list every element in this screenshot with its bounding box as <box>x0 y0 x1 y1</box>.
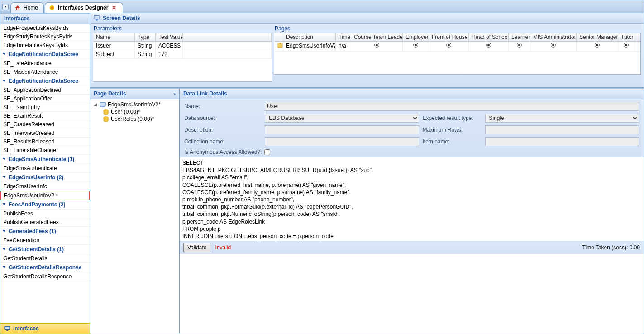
param-test-value[interactable]: ACCESS <box>156 42 183 50</box>
label-itemname: Item name: <box>423 138 482 145</box>
page-tree-child[interactable]: User (0.00)* <box>92 108 177 115</box>
col-name[interactable]: Name <box>93 33 135 41</box>
sidebar-group[interactable]: GeneratedFees (1) <box>0 227 90 236</box>
expander-icon[interactable]: ◢ <box>93 102 98 107</box>
param-test-value[interactable]: 172 <box>156 50 183 58</box>
designer-icon <box>49 5 55 11</box>
sidebar-group[interactable]: EdgeNotificationDataScree <box>0 76 90 86</box>
sidebar-footer-label: Interfaces <box>13 325 39 332</box>
dld-header: Data Link Details <box>180 88 644 99</box>
sidebar-item[interactable]: SE_InterviewCreated <box>0 129 90 138</box>
sidebar-item[interactable]: SE_TimetableChange <box>0 146 90 155</box>
pages-label: Pages <box>274 25 290 32</box>
query-editor[interactable] <box>180 157 644 241</box>
radio-mis-administrator[interactable] <box>530 42 577 51</box>
page-icon <box>100 101 106 108</box>
tab-home[interactable]: Home <box>10 2 44 13</box>
sidebar-item[interactable]: GetStudentDetails <box>0 254 90 263</box>
radio-front-of-house[interactable] <box>429 42 469 51</box>
radio-head-of-school[interactable] <box>469 42 509 51</box>
svg-rect-12 <box>102 107 104 107</box>
sidebar-item[interactable]: SE_ExamResult <box>0 112 90 120</box>
sidebar-item[interactable]: EdgeSmsUserInfoV2 * <box>0 191 90 200</box>
anonymous-access-checkbox[interactable] <box>264 149 270 155</box>
sidebar-item[interactable]: SE_MissedAttendance <box>0 68 90 76</box>
radio-tutor[interactable] <box>618 42 634 51</box>
validate-button[interactable]: Validate <box>183 243 210 252</box>
col-description[interactable]: Description <box>283 33 336 41</box>
sidebar-item[interactable]: EdgeSmsUserInfo <box>0 182 90 191</box>
datasource-select[interactable]: EBS Database <box>265 114 419 123</box>
col-type[interactable]: Type <box>135 33 156 41</box>
database-icon <box>103 116 109 122</box>
radio-senior-manager[interactable] <box>577 42 618 51</box>
home-icon <box>14 5 21 11</box>
tabs-dropdown-button[interactable]: ▾ <box>2 4 9 10</box>
sidebar-group[interactable]: GetStudentDetails (1) <box>0 245 90 254</box>
sidebar-item[interactable]: SE_ApplicationOffer <box>0 95 90 103</box>
sidebar-item[interactable]: SE_ApplicationDeclined <box>0 86 90 95</box>
item-name-field[interactable] <box>485 137 639 146</box>
radio-employer[interactable] <box>403 42 429 51</box>
pages-row[interactable]: EdgeSmsUserInfoV2* n/a <box>274 42 640 52</box>
page-tree-root-label: EdgeSmsUserInfoV2* <box>108 101 161 108</box>
tab-interfaces-designer[interactable]: Interfaces Designer ✕ <box>45 2 123 13</box>
expected-result-select[interactable]: Single <box>485 114 639 123</box>
col-employer[interactable]: Employer <box>403 33 429 41</box>
page-tree[interactable]: ◢ EdgeSmsUserInfoV2* User (0.00)* <box>90 99 179 334</box>
page-tree-child[interactable]: UserRoles (0.00)* <box>92 115 177 123</box>
parameters-row[interactable]: Issuer String ACCESS <box>93 42 272 50</box>
sidebar-item[interactable]: EdgeStudyRoutesKeysByIds <box>0 33 90 41</box>
col-mis-administrator[interactable]: MIS Administrator <box>530 33 577 41</box>
sidebar-item[interactable]: FeeGeneration <box>0 236 90 245</box>
svg-rect-0 <box>17 8 19 10</box>
app-root: ▾ Home Interfaces Designer ✕ Interfaces … <box>0 0 644 334</box>
col-time[interactable]: Time <box>336 33 351 41</box>
svg-rect-11 <box>100 102 105 106</box>
sidebar-scroll[interactable]: EdgeProspectusKeysByIdsEdgeStudyRoutesKe… <box>0 24 90 323</box>
sidebar-group[interactable]: EdgeSmsAuthenticate (1) <box>0 155 90 164</box>
maximum-rows-field[interactable] <box>485 125 639 134</box>
col-front-of-house[interactable]: Front of House <box>429 33 469 41</box>
sidebar-item[interactable]: SE_LateAttendance <box>0 59 90 68</box>
parameters-grid[interactable]: Name Type Test Value Issuer String ACCES… <box>93 33 272 82</box>
sidebar-group[interactable]: GetStudentDetailsResponse <box>0 263 90 272</box>
radio-course-team-leader[interactable] <box>351 42 403 51</box>
page-tree-root[interactable]: ◢ EdgeSmsUserInfoV2* <box>92 101 177 108</box>
parameters-row[interactable]: Subject String 172 <box>93 50 272 59</box>
sidebar-item[interactable]: GetStudentDetailsResponse <box>0 272 90 281</box>
content-area: Screen Details Parameters Name Type <box>90 13 644 334</box>
description-field[interactable] <box>265 125 419 134</box>
collapse-chevron-icon[interactable]: « <box>173 91 176 96</box>
sidebar-item[interactable]: EdgeSmsAuthenticate <box>0 164 90 173</box>
radio-learner[interactable] <box>509 42 530 51</box>
sidebar-item[interactable]: SE_GradesReleased <box>0 120 90 129</box>
sidebar-item[interactable]: PublishGeneratedFees <box>0 218 90 227</box>
sidebar-body: EdgeProspectusKeysByIdsEdgeStudyRoutesKe… <box>0 24 90 323</box>
col-course-team-leader[interactable]: Course Team Leader <box>351 33 403 41</box>
col-head-of-school[interactable]: Head of School <box>469 33 509 41</box>
sidebar-group[interactable]: EdgeNotificationDataScree <box>0 50 90 59</box>
name-field[interactable] <box>265 102 639 111</box>
page-details-title: Page Details <box>94 91 126 97</box>
pages-grid[interactable]: Description Time Course Team Leader Empl… <box>274 33 641 75</box>
sidebar-group[interactable]: FeesAndPayments (2) <box>0 200 90 210</box>
data-link-details-panel: Data Link Details Name: Data source: EBS… <box>180 88 644 334</box>
sidebar-item[interactable]: EdgeProspectusKeysByIds <box>0 24 90 33</box>
divider <box>290 30 641 30</box>
pages-grid-head: Description Time Course Team Leader Empl… <box>274 33 640 42</box>
validation-status: Invalid <box>215 244 231 251</box>
col-learner[interactable]: Learner <box>509 33 530 41</box>
col-tutor[interactable]: Tutor <box>618 33 634 41</box>
sidebar-item[interactable]: SE_ResultsReleased <box>0 138 90 146</box>
lower-split: Page Details « ◢ EdgeSmsUserInfoV2* <box>90 88 644 334</box>
sidebar-group[interactable]: EdgeSmsUserInfo (2) <box>0 173 90 182</box>
col-test-value[interactable]: Test Value <box>156 33 183 41</box>
sidebar-item[interactable]: PublishFees <box>0 210 90 218</box>
tab-close-button[interactable]: ✕ <box>111 5 117 11</box>
sidebar-item[interactable]: SE_ExamEntry <box>0 103 90 112</box>
sidebar-footer[interactable]: Interfaces <box>0 323 90 334</box>
collection-name-field[interactable] <box>265 137 419 146</box>
col-senior-manager[interactable]: Senior Manager <box>577 33 618 41</box>
sidebar-item[interactable]: EdgeTimetablesKeysByIds <box>0 41 90 50</box>
